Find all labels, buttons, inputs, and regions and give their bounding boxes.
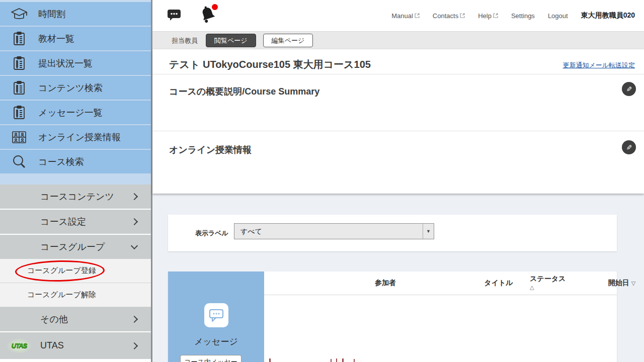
chevron-right-icon xyxy=(131,342,138,349)
sidebar-item-content-search[interactable]: コンテンツ検索 xyxy=(0,76,151,101)
pencil-icon: ✎ xyxy=(625,144,633,150)
divider xyxy=(152,131,644,131)
filter-panel: 表示ラベル すべて ▼ xyxy=(168,215,617,251)
utas-logo-icon: UTAS xyxy=(7,338,31,353)
people-grid-icon xyxy=(0,130,38,145)
sidebar-item-others[interactable]: その他 xyxy=(0,307,151,331)
sidebar-item-label: コンテンツ検索 xyxy=(38,82,103,94)
sidebar-item-timetable[interactable]: 時間割 xyxy=(0,2,151,27)
tab-view-page[interactable]: 閲覧ページ xyxy=(206,34,256,47)
role-label: 担当教員 xyxy=(172,36,198,45)
clipped-row-text xyxy=(269,358,271,362)
messages-icon[interactable] xyxy=(167,8,181,21)
sidebar-item-label: メッセージ一覧 xyxy=(38,107,103,119)
user-name: 東大用教職員020 xyxy=(581,11,635,20)
nav-contacts-link[interactable]: Contacts xyxy=(433,12,465,20)
top-header: Manual Contacts Help Settings Logout 東大用… xyxy=(152,0,644,31)
display-label-caption: 表示ラベル xyxy=(195,229,228,238)
message-category-cell[interactable]: メッセージ コース内メッセー xyxy=(168,272,264,362)
notifications-bell-icon[interactable] xyxy=(199,4,217,24)
nav-link-label: Contacts xyxy=(433,12,458,20)
select-value: すべて xyxy=(240,227,262,236)
sidebar-item-submission-status[interactable]: 提出状況一覧 xyxy=(0,51,151,76)
nav-link-label: Manual xyxy=(391,12,413,20)
main-area: Manual Contacts Help Settings Logout 東大用… xyxy=(151,0,644,362)
tab-band: 担当教員 閲覧ページ 編集ページ xyxy=(152,31,644,49)
sidebar-item-label: その他 xyxy=(0,313,68,325)
message-bubble-icon xyxy=(204,303,228,327)
page-title: テスト UTokyoCourse105 東大用コース105 xyxy=(169,58,371,71)
column-header-start-date[interactable]: 開始日 ▽ xyxy=(608,279,635,288)
display-label-select[interactable]: すべて ▼ xyxy=(234,223,434,239)
clipboard-icon xyxy=(0,80,38,96)
sidebar-item-materials[interactable]: 教材一覧 xyxy=(0,27,151,51)
clipped-row-text xyxy=(354,359,355,362)
sidebar-item-course-search[interactable]: コース検索 xyxy=(0,150,151,174)
message-category-label: メッセージ xyxy=(168,336,264,347)
dropdown-arrow-icon[interactable]: ▼ xyxy=(423,224,434,239)
sidebar-item-label: コースグループ xyxy=(0,241,105,253)
chevron-down-icon xyxy=(131,242,138,249)
sidebar-item-utas[interactable]: UTAS UTAS xyxy=(0,332,151,359)
pencil-icon: ✎ xyxy=(625,86,633,92)
external-link-icon xyxy=(493,13,498,18)
sidebar-item-label: 教材一覧 xyxy=(38,33,74,45)
chevron-right-icon xyxy=(131,218,138,225)
sidebar-item-label: コースグループ解除 xyxy=(0,290,96,300)
sidebar-item-label: コース設定 xyxy=(0,216,86,228)
sidebar-item-label: コース検索 xyxy=(38,156,84,168)
clipped-row-text xyxy=(331,359,332,362)
sidebar-item-course-group-remove[interactable]: コースグループ解除 xyxy=(0,283,151,307)
sidebar-item-label: 提出状況一覧 xyxy=(38,57,93,69)
table-header-row: 参加者 タイトル ステータス △ 開始日 ▽ 最終更新日 ▽ xyxy=(264,272,617,295)
column-header-title[interactable]: タイトル xyxy=(484,279,513,288)
sidebar-item-label: コースコンテンツ xyxy=(0,191,114,203)
external-link-icon xyxy=(460,13,465,18)
sort-asc-icon: △ xyxy=(530,284,534,290)
sidebar-item-label: 時間割 xyxy=(38,8,65,20)
clipped-row-text xyxy=(342,358,344,362)
column-header-participants[interactable]: 参加者 xyxy=(375,279,396,288)
clipboard-icon xyxy=(0,31,38,46)
course-panel: テスト UTokyoCourse105 東大用コース105 更新通知メール転送設… xyxy=(152,49,644,194)
top-nav: Manual Contacts Help Settings Logout 東大用… xyxy=(391,0,635,31)
chevron-right-icon xyxy=(131,316,138,323)
sidebar-item-course-contents[interactable]: コースコンテンツ xyxy=(0,185,151,209)
sidebar-item-course-group[interactable]: コースグループ xyxy=(0,235,151,259)
chevron-right-icon xyxy=(131,193,138,200)
sidebar-item-label: オンライン授業情報 xyxy=(38,131,121,143)
sidebar-item-course-group-register[interactable]: コースグループ登録 xyxy=(0,259,151,283)
notification-forward-link[interactable]: 更新通知メール転送設定 xyxy=(562,61,635,70)
edit-pencil-button[interactable]: ✎ xyxy=(622,140,636,154)
section-title-online-class: オンライン授業情報 xyxy=(169,144,252,156)
clipped-row-text xyxy=(336,358,337,362)
tab-edit-page[interactable]: 編集ページ xyxy=(263,34,313,47)
clipboard-icon xyxy=(0,105,38,120)
nav-link-label: Logout xyxy=(548,12,568,20)
sidebar-item-course-settings[interactable]: コース設定 xyxy=(0,210,151,234)
nav-link-label: Settings xyxy=(511,12,535,20)
message-tooltip: コース内メッセー xyxy=(180,355,242,362)
sidebar-gap xyxy=(0,174,151,185)
graduation-cap-icon xyxy=(0,7,38,22)
search-icon xyxy=(0,154,38,170)
nav-help-link[interactable]: Help xyxy=(478,12,498,20)
notification-dot xyxy=(212,4,218,10)
nav-link-label: Help xyxy=(478,12,492,20)
nav-settings-link[interactable]: Settings xyxy=(511,12,535,20)
section-title-course-summary: コースの概要説明/Course Summary xyxy=(169,85,319,98)
clipboard-icon xyxy=(0,56,38,71)
sidebar-item-message-list[interactable]: メッセージ一覧 xyxy=(0,101,151,125)
sidebar-item-online-class-info[interactable]: オンライン授業情報 xyxy=(0,125,151,150)
external-link-icon xyxy=(415,13,420,18)
edit-pencil-button[interactable]: ✎ xyxy=(622,82,636,96)
nav-logout-link[interactable]: Logout xyxy=(548,12,568,20)
divider xyxy=(152,74,644,74)
sort-desc-icon: ▽ xyxy=(631,280,635,286)
highlight-ellipse xyxy=(15,259,105,282)
message-table-panel: メッセージ コース内メッセー 参加者 タイトル ステータス △ 開始日 ▽ 最終… xyxy=(168,272,617,362)
nav-manual-link[interactable]: Manual xyxy=(391,12,420,20)
sidebar: 時間割 教材一覧 提出状況一覧 コンテンツ検索 xyxy=(0,0,151,362)
column-header-status[interactable]: ステータス △ xyxy=(530,275,566,291)
